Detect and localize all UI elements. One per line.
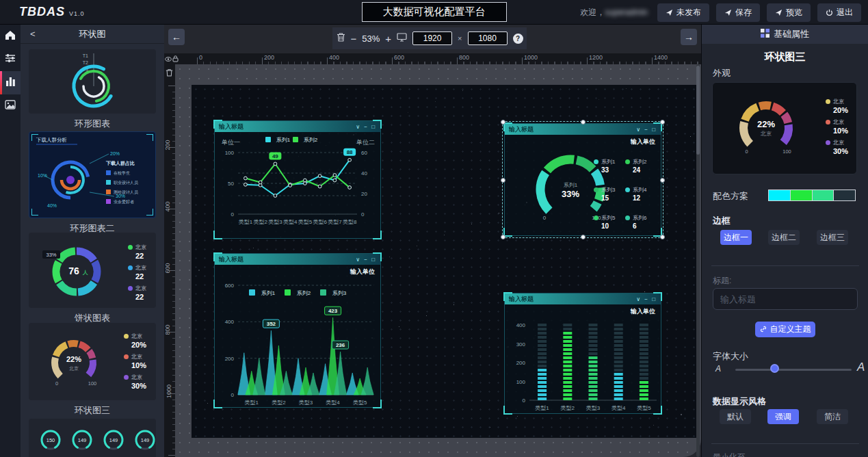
svg-text:0: 0: [231, 392, 235, 398]
svg-text:类型2: 类型2: [253, 219, 267, 225]
svg-text:10%: 10%: [38, 173, 47, 178]
svg-text:0: 0: [55, 380, 58, 387]
zoom-in-button[interactable]: +: [385, 34, 391, 44]
selected-widget-title: 环状图三: [702, 51, 868, 64]
ruler-label: 1000: [166, 384, 172, 398]
svg-text:352: 352: [267, 321, 276, 327]
chart-widget-spike[interactable]: 输入标题 ∨ − □ 输入单位 6004002000系列1系列2系列3类型1类型…: [214, 253, 381, 408]
resize-handle-w[interactable]: [501, 178, 505, 183]
thumb-pie-chart[interactable]: 76人33% 北京22北京22北京22: [29, 233, 156, 308]
help-icon[interactable]: ?: [513, 34, 523, 44]
star: [626, 88, 627, 89]
canvas-width-input[interactable]: [412, 31, 452, 45]
eye-icon[interactable]: [165, 53, 172, 65]
svg-text:400: 400: [225, 319, 235, 325]
thumb-ring-chart-3[interactable]: 22%北京0100 北京20%北京10%北京30%: [29, 323, 156, 400]
star: [672, 280, 672, 281]
resize-handle-n[interactable]: [581, 120, 586, 125]
widget-title-bar[interactable]: 输入标题 ∨ − □: [215, 254, 380, 265]
nav-settings[interactable]: [0, 48, 21, 71]
border-option-3[interactable]: 边框三: [817, 230, 848, 245]
star: [408, 112, 408, 113]
thumb-caption: 环状图三: [21, 404, 164, 417]
color-swatch[interactable]: [791, 190, 812, 200]
color-swatch[interactable]: [834, 190, 855, 200]
corner-bracket: [213, 120, 222, 129]
border-option-1[interactable]: 边框一: [720, 230, 752, 245]
thumb-legend: 北京20%北京10%北京30%: [124, 332, 146, 394]
color-swatch[interactable]: [813, 190, 834, 200]
nav-home[interactable]: [0, 25, 21, 48]
star: [389, 257, 390, 257]
widget-title-input[interactable]: [713, 288, 858, 310]
style-option-simple[interactable]: 简洁: [817, 409, 848, 424]
thumb-caption: 环形图表: [21, 118, 164, 130]
custom-theme-button[interactable]: 自定义主题: [755, 322, 815, 337]
left-icon-rail: [0, 25, 21, 457]
publish-button[interactable]: 未发布: [657, 3, 709, 22]
corner-bracket: [373, 231, 382, 239]
svg-text:76: 76: [68, 265, 79, 276]
legend-item: 北京30%: [826, 139, 848, 155]
scrollbar-thumb[interactable]: [696, 66, 700, 155]
preview-button[interactable]: 预览: [767, 3, 811, 22]
zoom-out-button[interactable]: −: [351, 34, 357, 44]
svg-text:30%: 30%: [116, 194, 125, 198]
resize-handle-se[interactable]: [660, 235, 665, 239]
thumb-ring-chart[interactable]: T1T2T3: [29, 49, 156, 114]
font-large-glyph: A: [857, 361, 865, 374]
style-option-default[interactable]: 默认: [720, 409, 751, 424]
delete-icon[interactable]: [337, 32, 345, 44]
svg-text:北京: 北京: [760, 131, 772, 137]
ruler-label: 400: [164, 201, 171, 211]
resize-handle-nw[interactable]: [501, 120, 505, 125]
workspace[interactable]: 输入标题 ∨ − □ 单位一单位二1005006040200类型1类型2类型3类…: [175, 64, 701, 457]
mini-trash-icon[interactable]: [166, 67, 173, 79]
canvas-back-button[interactable]: ←: [168, 29, 185, 45]
logout-button[interactable]: 退出: [817, 3, 861, 22]
border-option-2[interactable]: 边框二: [768, 230, 800, 245]
font-small-glyph: A: [715, 364, 721, 374]
canvas-scrollbar[interactable]: [696, 64, 700, 457]
style-option-emphasis[interactable]: 强调: [767, 409, 799, 424]
ruler-label: 1200: [589, 54, 603, 61]
svg-text:33%: 33%: [46, 252, 56, 258]
divider: [711, 443, 859, 444]
resize-handle-sw[interactable]: [501, 235, 505, 239]
canvas-height-input[interactable]: [468, 31, 508, 45]
save-label: 保存: [735, 7, 752, 18]
nav-charts[interactable]: [0, 71, 21, 94]
welcome-label: 欢迎，: [580, 8, 605, 17]
chart-widget-gauge[interactable]: 输入标题 ∨ − □ 输入单位 系列133%0100 系列133系列224系列3…: [504, 123, 661, 236]
platform-title: 大数据可视化配置平台: [362, 2, 507, 22]
chart-widget-bars[interactable]: 输入标题 ∨ − □ 输入单位 4003002001000类型1类型2类型3类型…: [504, 293, 661, 414]
svg-text:人: 人: [82, 270, 88, 276]
save-button[interactable]: 保存: [716, 3, 760, 22]
color-swatch[interactable]: [769, 190, 790, 200]
svg-text:类型1: 类型1: [535, 405, 549, 411]
corner-bracket: [146, 209, 153, 216]
ruler-corner: [164, 53, 179, 64]
font-size-slider-track[interactable]: [735, 369, 852, 371]
top-bar-actions: 欢迎，superadmin 未发布 保存 预览 退出: [580, 0, 861, 25]
resize-handle-ne[interactable]: [660, 120, 665, 125]
star: [480, 357, 481, 358]
font-size-slider-thumb[interactable]: [770, 364, 779, 373]
thumb-ring-chart-2[interactable]: 下载人群分析20%10%30%40%下载人群占比在校学生职业设计人员测绘设计人员…: [29, 131, 156, 218]
resize-handle-s[interactable]: [581, 235, 586, 239]
lock-icon[interactable]: [172, 53, 179, 65]
svg-text:0: 0: [745, 148, 748, 155]
chart-widget-line[interactable]: 输入标题 ∨ − □ 单位一单位二1005006040200类型1类型2类型3类…: [214, 120, 381, 239]
svg-text:系列1: 系列1: [276, 137, 291, 143]
back-chevron-icon[interactable]: <: [30, 29, 36, 39]
thumb-mini-rings[interactable]: 150149149149: [29, 419, 156, 457]
nav-media[interactable]: [0, 94, 21, 118]
widget-title-bar[interactable]: 输入标题 ∨ − □: [505, 124, 661, 135]
ruler-label: 1400: [654, 54, 668, 61]
resize-handle-e[interactable]: [660, 178, 665, 183]
widget-title-bar[interactable]: 输入标题 ∨ − □: [215, 121, 380, 132]
canvas-toolbar: − 53% + × ?: [332, 27, 527, 49]
canvas-forward-button[interactable]: →: [681, 29, 697, 45]
widget-title-bar[interactable]: 输入标题 ∨ − □: [505, 293, 661, 304]
color-scheme-swatches[interactable]: [768, 190, 856, 201]
